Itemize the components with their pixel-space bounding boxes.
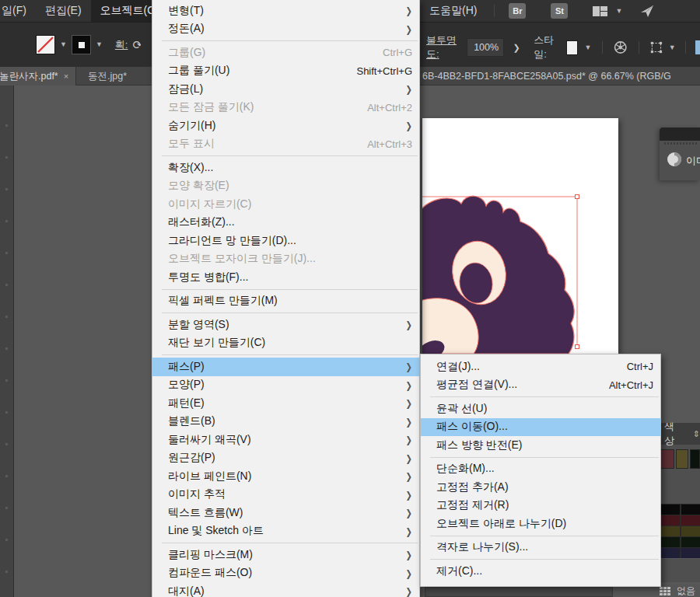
color-swatch[interactable] [658, 515, 680, 525]
path-submenu-item-3[interactable]: 윤곽 선(U) [421, 400, 660, 418]
object-menu-item-21[interactable]: 재단 보기 만들기(C) [152, 334, 419, 353]
panel-grip[interactable] [664, 142, 698, 145]
path-submenu-item-12[interactable]: 격자로 나누기(S)... [421, 539, 660, 557]
artboard[interactable] [422, 118, 618, 354]
stock-badge[interactable]: St [551, 3, 568, 19]
color-swatch[interactable] [681, 504, 700, 515]
selection-handle[interactable] [576, 345, 579, 349]
object-menu-item-29[interactable]: 라이브 페인트(N)❯ [152, 467, 419, 486]
object-menu-item-0[interactable]: 변형(T)❯ [152, 2, 419, 20]
path-submenu-item-10[interactable]: 오브젝트 아래로 나누기(D) [421, 515, 660, 533]
object-menu-item-14[interactable]: 그라디언트 망 만들기(D)... [152, 232, 419, 250]
object-menu-item-24[interactable]: 모양(P)❯ [152, 376, 419, 395]
workspace-switcher-icon[interactable] [593, 6, 607, 16]
opacity-flyout-icon[interactable]: ❯ [510, 38, 523, 57]
image-trace-panel-header[interactable] [660, 127, 700, 141]
object-menu-item-32[interactable]: Line 및 Sketch 아트❯ [152, 522, 419, 541]
object-menu-item-31[interactable]: 텍스트 흐름(W)❯ [152, 504, 419, 522]
style-swatch[interactable] [566, 40, 579, 55]
path-submenu-item-5[interactable]: 패스 방향 반전(E) [421, 436, 660, 455]
bridge-badge[interactable]: Br [509, 3, 526, 19]
object-menu-item-34[interactable]: 클리핑 마스크(M)❯ [152, 546, 419, 564]
document-tab[interactable]: 동전.jpg* [81, 67, 134, 86]
path-submenu-item-4[interactable]: 패스 이동(O)... [421, 418, 660, 437]
object-menu-item-label: 픽셀 퍼펙트 만들기(M) [168, 294, 278, 308]
object-menu-item-4[interactable]: 그룹 풀기(U)Shift+Ctrl+G [152, 62, 419, 81]
color-swatch[interactable] [690, 449, 700, 469]
stroke-weight-label[interactable]: 획: [115, 38, 128, 52]
recolor-artwork-icon[interactable] [614, 39, 627, 56]
path-submenu-item-8[interactable]: 고정점 추가(A) [421, 478, 660, 497]
fill-color-swatch[interactable] [36, 35, 55, 54]
stroke-stepper-icon[interactable]: ⟳ [132, 38, 141, 52]
document-tab[interactable]: 놀란사자.pdf* × [0, 67, 76, 86]
tools-dock[interactable] [0, 86, 14, 597]
path-submenu-item-9[interactable]: 고정점 제거(R) [421, 497, 660, 515]
path-submenu-item-1[interactable]: 평균점 연결(V)...Alt+Ctrl+J [421, 376, 660, 395]
opacity-input[interactable]: 100% [467, 38, 504, 57]
color-swatch[interactable] [681, 526, 700, 536]
path-submenu-item-7[interactable]: 단순화(M)... [421, 460, 660, 479]
object-menu-separator [162, 155, 418, 156]
share-rocket-icon[interactable] [639, 3, 655, 19]
object-menu-item-16[interactable]: 투명도 병합(F)... [152, 268, 419, 287]
object-menu-item-35[interactable]: 컴파운드 패스(O)❯ [152, 564, 419, 583]
clipped-control [695, 40, 700, 54]
menubar-item-0[interactable]: 일(F) [0, 0, 36, 22]
object-menu-separator [162, 289, 418, 290]
color-swatch[interactable] [658, 526, 680, 536]
style-label[interactable]: 스타일: [534, 33, 560, 61]
shortcut-label: Ctrl+G [383, 47, 412, 58]
close-tab-icon[interactable]: × [64, 72, 68, 81]
panel-collapse-icon[interactable]: ⇕ [693, 429, 700, 439]
chevron-down-icon[interactable]: ▼ [584, 44, 591, 51]
object-menu-item-label: 텍스트 흐름(W) [168, 506, 243, 520]
object-menu-item-28[interactable]: 원근감(P)❯ [152, 449, 419, 468]
object-menu-item-7[interactable]: 숨기기(H)❯ [152, 117, 419, 135]
path-submenu-item-14[interactable]: 제거(C)... [421, 562, 660, 581]
color-swatch[interactable] [658, 537, 680, 547]
transform-bounds-icon[interactable] [650, 40, 663, 55]
object-menu-item-25[interactable]: 패턴(E)❯ [152, 394, 419, 413]
object-menu-item-label: 모든 잠금 풀기(K) [168, 100, 254, 114]
chevron-down-icon[interactable]: ▼ [615, 8, 622, 15]
object-menu-item-23[interactable]: 패스(P)❯ [152, 358, 419, 376]
object-menu-item-36[interactable]: 대지(A)❯ [152, 582, 419, 597]
object-menu-item-26[interactable]: 블렌드(B)❯ [152, 413, 419, 431]
object-menu-item-13[interactable]: 래스터화(Z)... [152, 214, 419, 232]
object-menu-item-1[interactable]: 정돈(A)❯ [152, 20, 419, 39]
path-submenu-item-0[interactable]: 연결(J)...Ctrl+J [421, 358, 660, 376]
object-menu-item-3: 그룹(G)Ctrl+G [152, 44, 419, 62]
selection-handle[interactable] [576, 195, 579, 199]
color-swatch[interactable] [681, 537, 700, 547]
menubar-item-1[interactable]: 편집(E) [36, 0, 91, 22]
object-menu-item-27[interactable]: 둘러싸기 왜곡(V)❯ [152, 431, 419, 449]
object-menu-item-20[interactable]: 분할 영역(S)❯ [152, 316, 419, 334]
chevron-down-icon[interactable]: ▼ [96, 41, 103, 48]
object-menu-item-5[interactable]: 잠금(L)❯ [152, 80, 419, 99]
object-menu-item-label: 변형(T) [168, 4, 204, 18]
object-menu-item-label: 둘러싸기 왜곡(V) [168, 433, 251, 447]
object-menu-item-10[interactable]: 확장(X)... [152, 159, 419, 177]
color-swatch[interactable] [681, 515, 700, 525]
chevron-down-icon[interactable]: ▼ [669, 44, 676, 51]
path-submenu: 연결(J)...Ctrl+J평균점 연결(V)...Alt+Ctrl+J윤곽 선… [420, 354, 661, 587]
separator [639, 41, 639, 54]
object-menu-item-30[interactable]: 이미지 추적❯ [152, 486, 419, 504]
color-swatch[interactable] [658, 504, 680, 515]
menu-help[interactable]: 도움말(H) [420, 0, 486, 22]
object-menu-item-18[interactable]: 픽셀 퍼펙트 만들기(M) [152, 292, 419, 311]
object-menu-item-label: Line 및 Sketch 아트 [168, 524, 264, 538]
submenu-arrow-icon: ❯ [406, 398, 412, 408]
submenu-arrow-icon: ❯ [406, 120, 412, 131]
opacity-label[interactable]: 불투명도: [426, 33, 460, 61]
color-swatch[interactable] [658, 548, 680, 558]
color-swatch[interactable] [676, 449, 688, 469]
color-swatch[interactable] [681, 548, 700, 558]
chevron-down-icon[interactable]: ▼ [60, 41, 67, 48]
object-menu-item-label: 숨기기(H) [168, 119, 215, 133]
object-menu-item-11: 모양 확장(E) [152, 177, 419, 196]
lion-artwork [422, 118, 618, 354]
stroke-color-swatch[interactable] [72, 35, 91, 54]
color-panel-tab[interactable]: 색상 [664, 420, 682, 448]
